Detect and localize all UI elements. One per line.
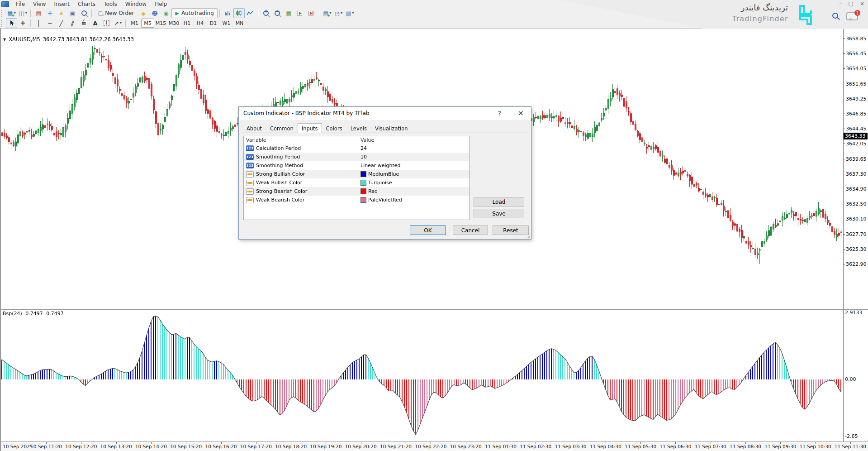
chat-icon[interactable]: 1 [846,12,858,20]
zoom-in-button[interactable]: + [261,8,272,18]
menu-item-help[interactable]: Help [151,0,171,8]
timeframe-mn-button[interactable]: MN [233,19,246,28]
chart-bars-button[interactable] [222,8,233,18]
horizontal-line-button[interactable]: ─ [44,18,56,28]
toolbar-grip[interactable] [1,10,4,17]
timeframe-h1-button[interactable]: H1 [180,19,194,28]
templates-button[interactable]: ▨▾ [344,8,356,18]
periods-button[interactable]: ◷▾ [333,8,344,18]
tab-about[interactable]: About [242,124,266,133]
text-label-button[interactable]: T [101,18,112,28]
menu-item-window[interactable]: Window [121,0,151,8]
dialog-title-bar[interactable]: Custom Indicator - BSP Indicator MT4 by … [239,107,531,120]
zoom-out-button[interactable]: − [272,8,283,18]
dialog-help-button[interactable]: ? [498,110,501,117]
dialog-resize-grip[interactable]: ◢ [527,234,530,239]
table-row[interactable]: 123Smoothing MethodLinear weighted [244,161,469,170]
chart-bars-icon [224,10,231,16]
auto-scroll-button[interactable] [294,8,306,18]
minimize-button[interactable]: – [840,0,842,7]
value-cell[interactable]: Red [358,188,469,194]
value-cell[interactable]: PaleVioletRed [358,197,469,203]
dropdown-caret-icon[interactable]: ▾ [25,11,27,15]
tile-windows-button[interactable]: ▦ [283,8,294,18]
expert-advisors-button[interactable]: ☻ [149,8,160,18]
chevron-down-icon[interactable]: ▼ [3,38,6,42]
chart-shift-button[interactable] [306,8,317,18]
new-chart-button[interactable]: ▦+▾ [6,8,17,18]
profiles-button[interactable]: ◫▾ [17,8,28,18]
dropdown-caret-icon[interactable]: ▾ [341,11,342,15]
timeframe-m15-button[interactable]: M15 [154,19,167,28]
table-row[interactable]: Weak Bearish ColorPaleVioletRed [244,196,469,204]
ok-button[interactable]: OK [410,226,446,235]
timeframe-h4-button[interactable]: H4 [194,19,207,28]
timeframe-m1-button[interactable]: M1 [128,19,141,28]
equidistant-channel-button[interactable]: ∥ [67,18,78,28]
chart-candles-button[interactable] [233,8,245,18]
dropdown-caret-icon[interactable]: ▾ [352,11,354,15]
menu-item-view[interactable]: View [29,0,50,8]
vertical-line-button[interactable]: │ [33,18,44,28]
trendline-button[interactable]: ╱ [56,18,67,28]
menu-item-file[interactable]: File [12,0,29,8]
variable-cell: Weak Bearish Color [244,197,358,203]
tab-visualization[interactable]: Visualization [371,124,412,133]
menu-item-charts[interactable]: Charts [74,0,100,8]
alerts-button[interactable]: ◉ [160,8,171,18]
search-icon[interactable] [832,13,838,19]
menu-item-insert[interactable]: Insert [50,0,74,8]
tab-common[interactable]: Common [266,124,298,133]
time-axis[interactable]: 10 Sep 202510 Sep 11:2010 Sep 12:2010 Se… [1,442,868,451]
timeframe-d1-button[interactable]: D1 [207,19,220,28]
reset-button[interactable]: Reset [493,226,529,235]
table-row[interactable]: 123Smoothing Period10 [244,153,469,161]
dialog-tabs: AboutCommonInputsColorsLevelsVisualizati… [242,123,527,133]
chart-line-button[interactable] [245,8,256,18]
fibonacci-button[interactable]: ≡╱ [78,18,90,28]
bsp-indicator-canvas[interactable] [1,310,843,442]
value-cell[interactable]: MediumBlue [358,171,469,177]
navigator-icon: ★ [59,10,64,16]
indicators-button[interactable]: ▤+▾ [322,8,333,18]
menu-item-tools[interactable]: Tools [100,0,121,8]
dialog-close-button[interactable]: × [518,109,524,117]
close-button[interactable]: × [860,0,864,7]
metaeditor-button[interactable]: ◆ [138,8,149,18]
timeframe-m30-button[interactable]: M30 [167,19,180,28]
crosshair-button[interactable]: + [17,18,28,28]
new-order-button[interactable]: ▢+New Order [94,8,138,18]
strategy-tester-button[interactable] [78,8,90,18]
value-cell[interactable]: Linear weighted [358,163,469,168]
value-cell[interactable]: 24 [358,145,469,151]
value-cell[interactable]: 10 [358,154,469,160]
restore-button[interactable]: ▢ [849,0,854,7]
toolbar-grip[interactable] [1,20,4,27]
table-row[interactable]: 123Calculation Period24 [244,144,469,153]
save-button[interactable]: Save [474,209,524,218]
market-watch-button[interactable]: ▤ [33,8,44,18]
table-row[interactable]: Weak Bullish ColorTurquoise [244,178,469,187]
timeframe-m5-button[interactable]: M5 [141,19,154,28]
timeframe-w1-button[interactable]: W1 [220,19,233,28]
table-row[interactable]: Strong Bearish ColorRed [244,187,469,196]
tab-inputs[interactable]: Inputs [298,123,322,133]
cancel-button[interactable]: Cancel [453,226,488,235]
terminal-button[interactable]: ▣ [67,8,78,18]
panel-separator[interactable] [1,309,868,310]
data-window-button[interactable]: ✛ [44,8,56,18]
brand-name-english: TradingFinder [732,15,788,23]
tab-levels[interactable]: Levels [346,124,371,133]
value-cell[interactable]: Turquoise [358,180,469,186]
time-tick-label: 10 Sep 13:20 [100,444,132,449]
navigator-button[interactable]: ★ [56,8,67,18]
dropdown-caret-icon[interactable]: ▾ [120,21,122,25]
tab-colors[interactable]: Colors [322,124,346,133]
autotrading-button[interactable]: ▶AutoTrading [171,8,217,18]
table-row[interactable]: Strong Bullish ColorMediumBlue [244,170,469,178]
text-button[interactable]: A [90,18,101,28]
cursor-button[interactable] [6,18,17,28]
arrows-button[interactable]: ↗▾ [112,18,123,28]
load-button[interactable]: Load [474,197,524,206]
variable-value: Red [368,188,378,194]
